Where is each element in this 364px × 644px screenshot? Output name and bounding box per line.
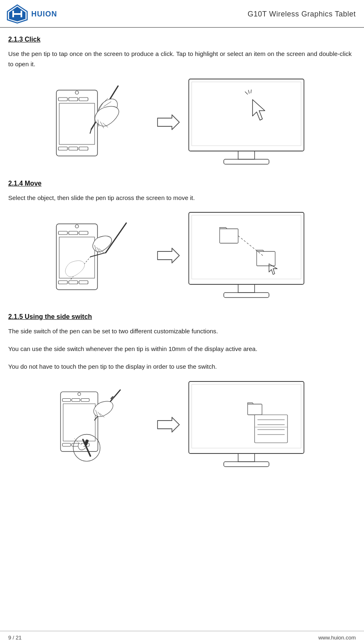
svg-line-43 <box>90 253 106 257</box>
brand-name: HUION <box>31 10 57 19</box>
svg-rect-27 <box>224 159 269 164</box>
section-side-switch-body2: You can use the side switch whenever the… <box>8 344 352 354</box>
page-header: HUION G10T Wireless Graphics Tablet <box>0 0 364 28</box>
svg-marker-74 <box>158 417 179 432</box>
svg-rect-50 <box>238 284 255 293</box>
click-monitor-illustration <box>187 77 306 167</box>
svg-rect-38 <box>58 281 67 284</box>
svg-rect-49 <box>192 215 301 279</box>
section-side-switch: 2.1.5 Using the side switch The side swi… <box>8 313 352 470</box>
svg-marker-23 <box>158 115 179 130</box>
svg-marker-55 <box>269 264 277 274</box>
svg-rect-8 <box>69 98 78 101</box>
svg-point-57 <box>77 393 80 395</box>
side-switch-tablet-illustration <box>54 384 149 465</box>
arrow-right-icon-2 <box>155 246 180 265</box>
click-illustrations <box>8 77 352 167</box>
svg-rect-4 <box>21 11 22 17</box>
svg-rect-58 <box>62 398 70 401</box>
svg-line-67 <box>94 416 97 420</box>
arrow-right-icon-3 <box>155 416 180 434</box>
svg-marker-47 <box>158 248 179 263</box>
svg-rect-60 <box>81 398 89 401</box>
svg-rect-54 <box>257 251 275 266</box>
section-side-switch-body1: The side switch of the pen can be set to… <box>8 326 352 337</box>
side-switch-monitor-illustration <box>187 379 306 470</box>
svg-line-15 <box>90 129 91 133</box>
svg-point-6 <box>75 91 79 94</box>
header-title: G10T Wireless Graphics Tablet <box>248 10 356 19</box>
svg-rect-24 <box>189 79 304 151</box>
section-side-switch-body3: You do not have to touch the pen tip to … <box>8 362 352 372</box>
svg-marker-28 <box>253 100 265 120</box>
svg-rect-62 <box>62 443 70 446</box>
svg-line-30 <box>248 90 249 93</box>
move-illustrations <box>8 210 352 301</box>
svg-rect-79 <box>248 404 262 415</box>
section-move-title: 2.1.4 Move <box>8 180 352 187</box>
svg-rect-26 <box>238 151 255 159</box>
svg-point-33 <box>75 225 79 228</box>
svg-rect-80 <box>255 415 287 443</box>
svg-rect-52 <box>220 229 238 243</box>
svg-line-31 <box>251 90 251 93</box>
svg-rect-61 <box>63 404 95 441</box>
section-click: 2.1.3 Click Use the pen tip to tap once … <box>8 36 352 167</box>
svg-line-29 <box>245 92 248 94</box>
click-tablet-illustration <box>54 82 149 162</box>
svg-rect-12 <box>69 147 78 150</box>
svg-rect-36 <box>79 231 88 235</box>
section-move-body: Select the object, then slide the pen ti… <box>8 193 352 203</box>
section-move: 2.1.4 Move Select the object, then slide… <box>8 180 352 301</box>
svg-rect-78 <box>224 462 269 467</box>
svg-rect-66 <box>110 396 114 400</box>
main-content: 2.1.3 Click Use the pen tip to tap once … <box>0 28 364 499</box>
logo-container: HUION <box>7 4 57 24</box>
page-number: 9 / 21 <box>8 635 22 641</box>
move-monitor-illustration <box>187 210 306 301</box>
section-side-switch-title: 2.1.5 Using the side switch <box>8 313 352 321</box>
svg-rect-25 <box>192 82 301 146</box>
svg-rect-59 <box>72 398 80 401</box>
svg-rect-10 <box>59 103 95 144</box>
svg-rect-39 <box>69 281 78 284</box>
section-click-title: 2.1.3 Click <box>8 36 352 43</box>
arrow-right-icon-1 <box>155 113 180 131</box>
side-switch-illustrations <box>8 379 352 470</box>
page-footer: 9 / 21 www.huion.com <box>0 631 364 644</box>
svg-rect-5 <box>56 90 97 156</box>
svg-rect-56 <box>60 392 98 451</box>
svg-rect-51 <box>224 293 269 298</box>
svg-rect-40 <box>79 281 88 284</box>
svg-rect-35 <box>69 231 78 235</box>
svg-rect-13 <box>79 147 88 150</box>
svg-rect-9 <box>79 98 88 101</box>
svg-rect-7 <box>58 98 67 101</box>
section-click-body: Use the pen tip to tap once on the scree… <box>8 49 352 70</box>
svg-rect-77 <box>238 453 255 462</box>
move-tablet-illustration <box>54 216 149 296</box>
svg-rect-34 <box>58 231 67 235</box>
huion-logo <box>7 4 28 24</box>
svg-rect-11 <box>58 147 67 150</box>
svg-rect-48 <box>189 212 304 284</box>
website-link: www.huion.com <box>318 635 356 641</box>
svg-line-53 <box>238 236 263 256</box>
